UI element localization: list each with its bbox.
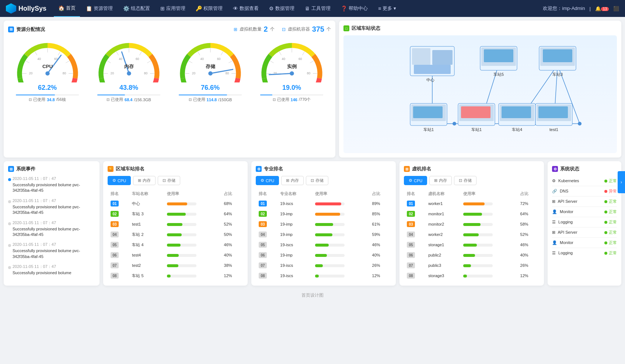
area-tab-memory[interactable]: ⊞ 内存 [133, 176, 156, 185]
pro-tab-cpu[interactable]: ⚙ CPU [256, 176, 279, 185]
rank-cell: 06 [256, 250, 277, 260]
usage-cell [461, 261, 517, 270]
nav-more[interactable]: ≡ 更多 ▾ [374, 0, 401, 17]
svg-line-9 [58, 52, 60, 55]
nav-home[interactable]: 🏠 首页 [54, 0, 80, 17]
svg-text:车站3: 车站3 [552, 72, 563, 77]
table-row: 06 19-imp 40% [256, 250, 391, 260]
logout-icon[interactable]: ⬛ [613, 6, 619, 11]
table-row: 08 storage3 12% [405, 271, 539, 280]
area-rank-table: 排名 车站名称 使用率 占比 01 中心 68% 02 车站 3 64% 03 … [108, 189, 243, 281]
progress-bar [167, 223, 196, 226]
svg-text:中心: 中心 [426, 78, 434, 82]
pro-tab-cpu-label: CPU [266, 179, 274, 183]
svg-text:test1: test1 [549, 127, 558, 132]
name-cell: worker2 [426, 230, 460, 239]
rank-badge: 05 [407, 242, 415, 248]
vm-ranking-title: 虚机排名 [412, 166, 431, 172]
events-panel: ⊞ 系统事件 2020-11-05 11：07：47Successfully p… [4, 161, 99, 286]
status-item: ☰ Logging 正常 [552, 217, 617, 227]
name-cell: worker1 [426, 199, 460, 208]
usage-cell [313, 250, 369, 260]
gauge-svg: 020406080100CPU [13, 36, 83, 82]
table-row: 08 19-iscs 12% [256, 271, 391, 280]
status-right: 正常 [604, 240, 617, 245]
svg-text:车站1: 车站1 [423, 127, 434, 132]
svg-rect-93 [412, 48, 430, 65]
rank-cell: 07 [256, 261, 277, 270]
vm-container-count: ⊡ 虚拟机容器 375 个 [282, 25, 331, 33]
nav-resource[interactable]: 📋 资源管理 [81, 0, 117, 17]
area-ranking-panel: 🏆 区域车站排名 ⚙ CPU ⊞ 内存 ⊡ 存储 [103, 161, 248, 286]
vm-tab-storage[interactable]: ⊡ 存储 [454, 176, 476, 185]
progress-fill [463, 244, 477, 247]
pro-tab-memory[interactable]: ⊞ 内存 [281, 176, 304, 185]
nav-help[interactable]: ❓ 帮助中心 [336, 0, 372, 17]
svg-text:80: 80 [307, 71, 310, 75]
name-cell: 车站 3 [130, 209, 164, 219]
rank-badge: 08 [111, 273, 119, 279]
config-icon: ⚙️ [123, 6, 129, 11]
svg-line-29 [139, 52, 142, 55]
data-mgmt-icon: ⚙ [269, 6, 274, 11]
nav-config[interactable]: ⚙️ 组态配置 [119, 0, 154, 17]
rank-cell: 02 [108, 209, 129, 219]
notification-badge: 13 [601, 7, 609, 11]
side-arrow[interactable]: › [618, 171, 625, 193]
svg-text:车站5: 车站5 [493, 72, 504, 77]
nav-app[interactable]: ⊞ 应用管理 [156, 0, 190, 17]
gauges: 020406080100CPU62.2%⊡ 已使用 34.8/56核020406… [8, 36, 331, 102]
area-tab-cpu[interactable]: ⚙ CPU [108, 176, 131, 185]
percent-cell: 40% [222, 250, 242, 260]
rank-cell: 05 [108, 240, 129, 250]
vm-container-label: 虚拟机容器 [288, 26, 310, 32]
gauge-line-fill [260, 95, 272, 95]
app-icon: ⊞ [160, 6, 165, 11]
percent-cell: 52% [222, 219, 242, 229]
gauge-total: /770个 [299, 97, 311, 102]
percent-cell: 40% [370, 250, 391, 260]
status-service-name: Kubernetes [558, 179, 579, 183]
rank-cell: 01 [256, 199, 277, 208]
svg-point-78 [290, 71, 294, 75]
rank-badge: 02 [407, 211, 415, 217]
nav-tools[interactable]: 🖥 工具管理 [300, 0, 335, 17]
gauge-icon: ⊡ [189, 98, 192, 102]
status-service-icon: 🔗 [552, 189, 557, 193]
svg-text:20: 20 [110, 71, 114, 75]
vm-rank-tabs: ⚙ CPU ⊞ 内存 ⊡ 存储 [404, 176, 540, 185]
progress-bar [315, 223, 345, 226]
nav-data-mgmt[interactable]: ⚙ 数据管理 [265, 0, 299, 17]
name-cell: 19-imp [278, 209, 312, 219]
event-text: Successfully provisioned bolume pvc-342f… [13, 182, 95, 194]
nav-data-view[interactable]: 👁 数据查看 [228, 0, 263, 17]
progress-bar [315, 233, 345, 236]
rank-badge: 06 [259, 252, 267, 258]
rank-cell: 03 [405, 219, 425, 229]
pro-tab-storage[interactable]: ⊡ 存储 [306, 176, 328, 185]
status-service-icon: ⊞ [552, 230, 555, 234]
area-tab-storage[interactable]: ⊡ 存储 [158, 176, 180, 185]
storage-icon: ⊡ [163, 178, 166, 183]
table-row: 02 19-imp 85% [256, 209, 391, 219]
notification-icon[interactable]: 🔔13 [595, 6, 609, 11]
station-icon: □ [343, 25, 349, 31]
vm-tab-memory[interactable]: ⊞ 内存 [429, 176, 452, 185]
status-dot [604, 180, 607, 183]
separator: | [589, 6, 590, 11]
pro-ranking-panel: ⚙ 专业排名 ⚙ CPU ⊞ 内存 ⊡ 存储 [251, 161, 396, 286]
svg-rect-99 [484, 49, 513, 62]
status-badge: 正常 [609, 199, 617, 204]
table-row: 02 车站 3 64% [108, 209, 242, 219]
svg-rect-94 [432, 50, 453, 65]
progress-fill [315, 254, 327, 257]
cpu-icon: ⚙ [112, 178, 116, 183]
vm-tab-cpu[interactable]: ⚙ CPU [404, 176, 427, 185]
svg-line-25 [107, 61, 111, 63]
pro-cpu-icon: ⚙ [261, 178, 264, 183]
vm-ranking-panel: ⊞ 虚机排名 ⚙ CPU ⊞ 内存 ⊡ 存储 [399, 161, 544, 286]
nav-auth[interactable]: 🔑 权限管理 [191, 0, 227, 17]
svg-line-31 [147, 61, 151, 63]
vm-count-unit: 个 [270, 26, 275, 32]
percent-cell: 85% [370, 209, 391, 219]
